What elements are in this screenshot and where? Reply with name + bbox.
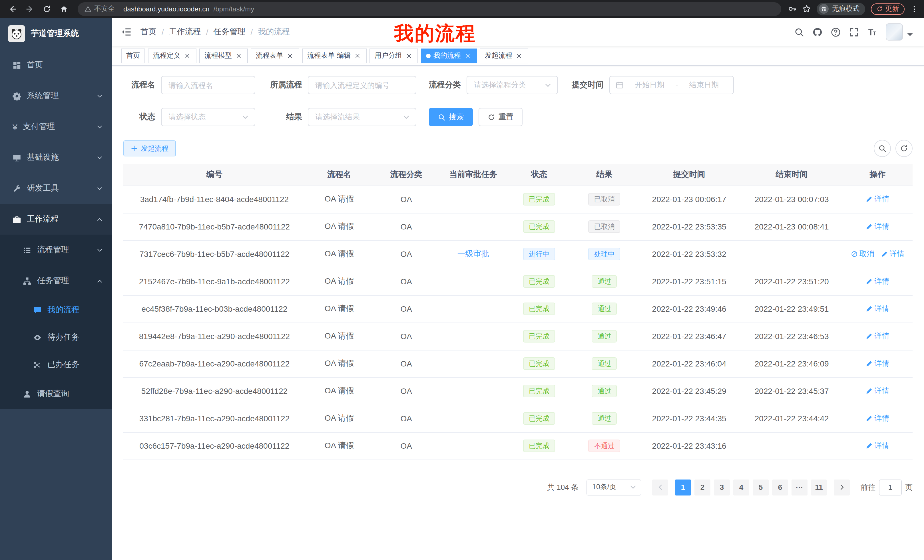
cell-submit-time: 2022-01-22 23:44:35 <box>638 405 741 432</box>
plus-icon <box>131 145 138 152</box>
pagination-next-button[interactable] <box>834 479 850 495</box>
sidebar-item-system[interactable]: 系统管理 <box>0 81 112 111</box>
pagination-page-3[interactable]: 3 <box>714 479 730 495</box>
sidebar-item-home[interactable]: 首页 <box>0 49 112 81</box>
close-icon[interactable] <box>183 52 191 60</box>
browser-menu-icon[interactable] <box>910 5 918 13</box>
reset-button[interactable]: 重置 <box>478 108 522 126</box>
detail-link[interactable]: 详情 <box>881 249 904 259</box>
cell-current-task <box>440 295 507 322</box>
sidebar-item-todo-task[interactable]: 待办任务 <box>0 324 112 351</box>
chevron-up-icon <box>96 216 103 222</box>
browser-home-icon[interactable] <box>57 2 71 16</box>
toggle-search-button[interactable] <box>874 140 891 157</box>
breadcrumb-item[interactable]: 首页 <box>141 27 156 37</box>
close-icon[interactable] <box>354 52 362 60</box>
tab-start-process[interactable]: 发起流程 <box>480 48 528 63</box>
pagination-prev-button[interactable] <box>652 479 668 495</box>
tab-process-definition[interactable]: 流程定义 <box>148 48 196 63</box>
table-row: 52ffd28e-7b9a-11ec-a290-acde48001122OA 请… <box>123 377 913 405</box>
close-icon[interactable] <box>405 52 413 60</box>
sidebar-item-done-task[interactable]: 已办任务 <box>0 351 112 379</box>
cell-id: 819442e8-7b9a-11ec-a290-acde48001122 <box>123 322 306 350</box>
browser-reload-icon[interactable] <box>40 2 54 16</box>
close-icon[interactable] <box>464 52 472 60</box>
chevron-down-icon <box>96 247 103 253</box>
cell-end-time: 2022-01-22 23:46:09 <box>741 350 843 377</box>
search-icon[interactable] <box>794 27 804 37</box>
sidebar-item-infrastructure[interactable]: 基础设施 <box>0 142 112 173</box>
cell-end-time: 2022-01-22 23:51:20 <box>741 268 843 295</box>
breadcrumb-item[interactable]: 任务管理 <box>214 27 246 37</box>
detail-link[interactable]: 详情 <box>866 331 890 341</box>
avatar[interactable] <box>886 23 903 40</box>
process-definition-input[interactable] <box>308 76 416 94</box>
breadcrumb-item[interactable]: 工作流程 <box>169 27 201 37</box>
sidebar-fold-icon[interactable] <box>121 27 131 37</box>
update-button[interactable]: 更新 <box>871 3 904 15</box>
result-select[interactable]: 请选择流结果 <box>308 108 416 126</box>
pagination-page-2[interactable]: 2 <box>694 479 710 495</box>
category-select[interactable]: 请选择流程分类 <box>466 76 558 94</box>
goto-page-input[interactable] <box>879 479 902 495</box>
pagination-more[interactable]: ··· <box>792 479 807 495</box>
tab-process-form[interactable]: 流程表单 <box>251 48 299 63</box>
tab-user-group[interactable]: 用户分组 <box>369 48 418 63</box>
bookmark-star-icon[interactable] <box>802 4 811 13</box>
close-icon[interactable] <box>286 52 294 60</box>
browser-forward-icon[interactable] <box>23 2 36 16</box>
table-row: 3ad174fb-7b9d-11ec-8404-acde48001122OA 请… <box>123 186 913 213</box>
pagination-page-1[interactable]: 1 <box>675 479 691 495</box>
github-icon[interactable] <box>813 27 822 37</box>
sidebar-item-dev-tools[interactable]: 研发工具 <box>0 173 112 204</box>
sidebar-item-payment[interactable]: ¥支付管理 <box>0 111 112 142</box>
column-header-status: 状态 <box>507 164 572 186</box>
sidebar-item-leave-query[interactable]: 请假查询 <box>0 379 112 409</box>
tab-my-process[interactable]: 我的流程 <box>421 48 477 63</box>
detail-link[interactable]: 详情 <box>866 413 890 424</box>
fullscreen-icon[interactable] <box>849 27 859 37</box>
result-badge: 通过 <box>592 302 617 315</box>
detail-link[interactable]: 详情 <box>866 222 890 232</box>
pagination-page-5[interactable]: 5 <box>753 479 769 495</box>
page-size-select[interactable]: 10条/页 <box>586 479 641 495</box>
pagination-page-6[interactable]: 6 <box>772 479 788 495</box>
detail-link[interactable]: 详情 <box>866 304 890 314</box>
process-name-input[interactable] <box>161 76 255 94</box>
cancel-link[interactable]: 取消 <box>851 249 874 259</box>
close-icon[interactable] <box>515 52 523 60</box>
detail-link[interactable]: 详情 <box>866 358 890 369</box>
tab-process-model[interactable]: 流程模型 <box>199 48 248 63</box>
detail-link[interactable]: 详情 <box>866 276 890 287</box>
detail-link[interactable]: 详情 <box>866 194 890 204</box>
sidebar-item-workflow[interactable]: 工作流程 <box>0 204 112 235</box>
pagination-page-11[interactable]: 11 <box>811 479 827 495</box>
key-icon[interactable] <box>788 4 796 13</box>
app-logo[interactable]: 芋道管理系统 <box>0 18 112 49</box>
cell-id: 67c2eaab-7b9a-11ec-a290-acde48001122 <box>123 350 306 377</box>
close-icon[interactable] <box>235 52 243 60</box>
sidebar-item-my-process[interactable]: 我的流程 <box>0 296 112 324</box>
sidebar-item-task-mgmt[interactable]: 任务管理 <box>0 265 112 296</box>
browser-back-icon[interactable] <box>6 2 20 16</box>
submit-time-range-picker[interactable]: 开始日期 - 结束日期 <box>609 76 734 94</box>
current-task-link[interactable]: 一级审批 <box>457 249 489 258</box>
detail-link[interactable]: 详情 <box>866 386 890 396</box>
user-menu[interactable] <box>886 23 915 40</box>
sidebar-item-process-mgmt[interactable]: 流程管理 <box>0 235 112 265</box>
cell-actions: 详情 <box>843 322 913 350</box>
detail-link[interactable]: 详情 <box>866 441 890 451</box>
cell-id: 3ad174fb-7b9d-11ec-8404-acde48001122 <box>123 186 306 213</box>
font-size-icon[interactable] <box>867 27 877 37</box>
status-select[interactable]: 请选择状态 <box>161 108 255 126</box>
result-badge: 处理中 <box>588 248 621 260</box>
start-process-button[interactable]: 发起流程 <box>123 141 176 156</box>
address-bar[interactable]: 不安全 dashboard.yudao.iocoder.cn/bpm/task/… <box>78 2 781 16</box>
help-icon[interactable] <box>831 27 841 37</box>
pagination-page-4[interactable]: 4 <box>733 479 749 495</box>
tab-home[interactable]: 首页 <box>121 48 145 63</box>
refresh-table-button[interactable] <box>896 140 913 157</box>
tab-process-form-edit[interactable]: 流程表单-编辑 <box>302 48 367 63</box>
update-refresh-icon <box>877 6 883 12</box>
search-button[interactable]: 搜索 <box>429 108 473 126</box>
